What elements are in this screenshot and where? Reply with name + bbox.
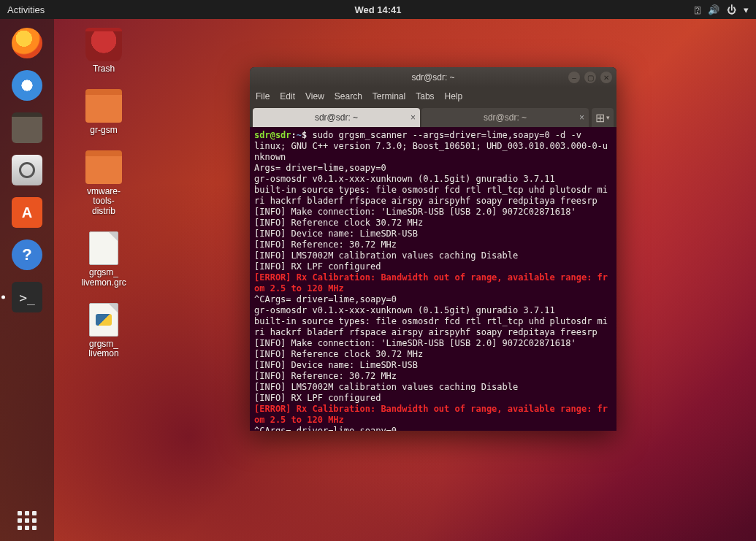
- desktop-icon-label: grgsm_ livemon: [67, 339, 140, 360]
- desktop-icon-label: grgsm_ livemon.grc: [67, 268, 140, 288]
- file-icon: [89, 231, 118, 265]
- thunderbird-icon: [12, 70, 42, 101]
- software-center-icon: [12, 197, 42, 228]
- terminal-output-line: [INFO] Reference: 30.72 MHz: [254, 371, 612, 382]
- terminal-output-line: [INFO] LMS7002M calibration values cachi…: [254, 382, 612, 393]
- file-icon: [89, 303, 118, 337]
- terminal-tabstrip: sdr@sdr: ~×sdr@sdr: ~×⊞▾: [250, 105, 616, 127]
- disks-icon: [12, 155, 42, 185]
- desktop[interactable]: ? >_ Trashgr-gsmvmware- tools- distribgr…: [0, 19, 756, 541]
- terminal-error-line: [ERROR] Rx Calibration: Bandwidth out of…: [254, 272, 612, 294]
- menu-edit[interactable]: Edit: [280, 91, 295, 101]
- dock-help[interactable]: ?: [9, 237, 45, 273]
- terminal-output-line: Args= driver=lime,soapy=0: [254, 163, 612, 174]
- dock-terminal[interactable]: >_: [9, 279, 45, 315]
- terminal-icon: >_: [12, 282, 42, 312]
- terminal-output-line: [INFO] LMS7002M calibration values cachi…: [254, 250, 612, 261]
- command-text: sudo grgsm_scanner --args=driver=lime,so…: [313, 130, 581, 140]
- terminal-output-line: [INFO] Make connection: 'LimeSDR-USB [US…: [254, 338, 612, 349]
- power-icon[interactable]: ⏻: [727, 4, 736, 15]
- terminal-tab-label: sdr@sdr: ~: [315, 112, 358, 123]
- chevron-down-icon: ▾: [606, 114, 610, 121]
- trash-icon: [85, 28, 122, 61]
- terminal-output-line: [INFO] Make connection: 'LimeSDR-USB [US…: [254, 207, 612, 218]
- desktop-icon-label: Trash: [67, 64, 140, 74]
- desktop-icon-label: gr-gsm: [67, 126, 140, 136]
- terminal-output-line: [INFO] Reference clock 30.72 MHz: [254, 349, 612, 360]
- desktop-icon-trash[interactable]: Trash: [67, 28, 140, 74]
- terminal-output-line: [INFO] Reference: 30.72 MHz: [254, 239, 612, 250]
- desktop-icon-label: vmware- tools- distrib: [67, 187, 140, 217]
- terminal-window[interactable]: sdr@sdr: ~ – ▢ ✕ FileEditViewSearchTermi…: [250, 67, 616, 431]
- terminal-error-line: [ERROR] Rx Calibration: Bandwidth out of…: [254, 404, 612, 426]
- desktop-icons: Trashgr-gsmvmware- tools- distribgrgsm_ …: [67, 28, 140, 359]
- folder-icon: [85, 89, 122, 123]
- menu-file[interactable]: File: [256, 91, 270, 101]
- accessibility-icon[interactable]: ⍰: [695, 4, 700, 15]
- desktop-icon-vmware--tools--distrib[interactable]: vmware- tools- distrib: [67, 150, 140, 217]
- folder-icon: [85, 150, 122, 184]
- menu-search[interactable]: Search: [335, 91, 362, 101]
- terminal-output-line: [INFO] Device name: LimeSDR-USB: [254, 360, 612, 371]
- terminal-output-line: linux; GNU C++ version 7.3.0; Boost_1065…: [254, 141, 612, 163]
- menu-view[interactable]: View: [305, 91, 324, 101]
- window-titlebar[interactable]: sdr@sdr: ~ – ▢ ✕: [250, 67, 616, 88]
- dock-files[interactable]: [9, 110, 45, 146]
- system-tray: ⍰ 🔊 ⏻ ▾: [695, 4, 749, 15]
- terminal-body[interactable]: sdr@sdr:~$ sudo grgsm_scanner --args=dri…: [250, 127, 616, 431]
- volume-icon[interactable]: 🔊: [708, 4, 719, 15]
- desktop-icon-grgsm_-livemon[interactable]: grgsm_ livemon: [67, 303, 140, 360]
- terminal-output-line: ^CArgs= driver=lime,soapy=0: [254, 294, 612, 305]
- window-title: sdr@sdr: ~: [411, 72, 454, 83]
- terminal-output-line: gr-osmosdr v0.1.x-xxx-xunknown (0.1.5git…: [254, 174, 612, 185]
- dock-software[interactable]: [9, 194, 45, 231]
- gnome-topbar: Activities Wed 14:41 ⍰ 🔊 ⏻ ▾: [0, 0, 756, 19]
- tab-close-icon[interactable]: ×: [411, 112, 416, 123]
- window-minimize-button[interactable]: –: [568, 72, 580, 83]
- terminal-menubar: FileEditViewSearchTerminalTabsHelp: [250, 88, 616, 105]
- terminal-output-line: [INFO] RX LPF configured: [254, 393, 612, 404]
- terminal-tab-0[interactable]: sdr@sdr: ~×: [253, 108, 420, 127]
- launcher-dock: ? >_: [0, 19, 54, 541]
- menu-terminal[interactable]: Terminal: [373, 91, 405, 101]
- dock-disks[interactable]: [9, 152, 45, 188]
- help-icon: ?: [12, 239, 42, 270]
- terminal-output-line: built-in source types: file osmosdr fcd …: [254, 316, 612, 338]
- terminal-tab-label: sdr@sdr: ~: [484, 112, 527, 123]
- firefox-icon: [12, 28, 42, 58]
- show-applications-button[interactable]: [15, 509, 39, 532]
- dock-thunderbird[interactable]: [9, 67, 45, 104]
- chevron-down-icon[interactable]: ▾: [744, 4, 749, 15]
- desktop-icon-gr-gsm[interactable]: gr-gsm: [67, 89, 140, 136]
- prompt-user: sdr@sdr: [254, 130, 291, 140]
- terminal-output-line: [INFO] Reference clock 30.72 MHz: [254, 218, 612, 229]
- menu-help[interactable]: Help: [445, 91, 463, 101]
- terminal-tab-1[interactable]: sdr@sdr: ~×: [421, 108, 589, 127]
- dock-firefox[interactable]: [9, 25, 45, 61]
- terminal-output-line: built-in source types: file osmosdr fcd …: [254, 185, 612, 207]
- menu-tabs[interactable]: Tabs: [416, 91, 434, 101]
- prompt-path: ~: [297, 130, 302, 140]
- tab-close-icon[interactable]: ×: [579, 112, 584, 123]
- terminal-output-line: [INFO] RX LPF configured: [254, 261, 612, 272]
- terminal-output-line: ^CArgs= driver=lime,soapy=0: [254, 426, 612, 431]
- window-close-button[interactable]: ✕: [600, 72, 612, 83]
- terminal-output-line: gr-osmosdr v0.1.x-xxx-xunknown (0.1.5git…: [254, 305, 612, 316]
- activities-button[interactable]: Activities: [7, 4, 45, 15]
- desktop-icon-grgsm_-livemon.grc[interactable]: grgsm_ livemon.grc: [67, 231, 140, 288]
- new-tab-button[interactable]: ⊞▾: [592, 108, 614, 127]
- new-tab-icon: ⊞: [595, 111, 605, 125]
- files-icon: [12, 112, 42, 143]
- clock[interactable]: Wed 14:41: [354, 4, 401, 15]
- window-maximize-button[interactable]: ▢: [584, 72, 596, 83]
- terminal-output-line: [INFO] Device name: LimeSDR-USB: [254, 229, 612, 239]
